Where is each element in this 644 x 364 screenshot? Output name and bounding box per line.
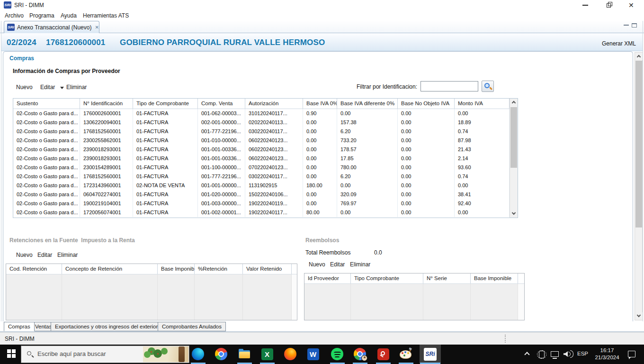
- page-scroll-up-icon[interactable]: [635, 53, 643, 60]
- retenciones-editar-button[interactable]: Editar: [37, 252, 52, 258]
- view-maximize-icon[interactable]: [632, 23, 637, 27]
- col-pct-retencion[interactable]: %Retención: [195, 264, 243, 274]
- cell: 310120240117...: [245, 109, 303, 118]
- col-concepto-retencion[interactable]: Concepto de Retención: [62, 264, 158, 274]
- taskbar-paint[interactable]: [395, 345, 416, 363]
- col-base-no-objeto[interactable]: Base No Objeto IVA: [398, 99, 455, 109]
- col-id-proveedor[interactable]: Id Proveedor: [304, 273, 351, 283]
- close-icon[interactable]: ✕: [628, 1, 634, 9]
- table-row[interactable]: 02-Costo o Gasto para d...23900182930010…: [13, 154, 510, 163]
- col-cod-retencion[interactable]: Cod. Retención: [6, 264, 62, 274]
- tray-expand-icon[interactable]: [524, 352, 529, 357]
- restore-icon[interactable]: [607, 2, 612, 8]
- table-row[interactable]: 02-Costo o Gasto para d...06047022740010…: [13, 190, 510, 199]
- cell: 01-FACTURA: [133, 172, 198, 181]
- taskbar-chrome[interactable]: [211, 345, 232, 363]
- taskbar-file-explorer[interactable]: [234, 345, 255, 363]
- taskbar-spotify[interactable]: [327, 345, 348, 363]
- language-indicator[interactable]: ESP: [577, 351, 588, 356]
- col-identificacion[interactable]: N° Identificación: [80, 99, 133, 109]
- col-comp-venta[interactable]: Comp. Venta: [198, 99, 245, 109]
- col-tipo-comprobante-reembolso[interactable]: Tipo Comprobante: [351, 273, 423, 283]
- reembolsos-editar-button[interactable]: Editar: [330, 261, 345, 268]
- table-row[interactable]: 02-Costo o Gasto para d...17681525600010…: [13, 127, 510, 136]
- search-highlight-image[interactable]: [143, 346, 188, 362]
- menu-programa[interactable]: Programa: [27, 12, 56, 19]
- minimize-icon[interactable]: [582, 5, 588, 6]
- page-scroll-down-icon[interactable]: [635, 312, 643, 320]
- col-tipo-comprobante[interactable]: Tipo de Comprobante: [133, 99, 198, 109]
- start-button[interactable]: [4, 348, 20, 361]
- col-base-iva-0[interactable]: Base IVA 0%: [303, 99, 337, 109]
- editar-dropdown-icon[interactable]: [60, 87, 64, 89]
- compras-editar-button[interactable]: Editar: [40, 84, 55, 91]
- col-monto-iva[interactable]: Monto IVA: [455, 99, 510, 109]
- cell: 92.40: [455, 199, 510, 208]
- col-base-imponible-reembolso[interactable]: Base Imponible: [471, 273, 518, 283]
- menu-herramientas-ats[interactable]: Herramientas ATS: [81, 12, 131, 19]
- taskbar-excel[interactable]: X: [257, 345, 277, 363]
- scroll-down-icon[interactable]: [510, 210, 518, 218]
- compras-eliminar-button[interactable]: Eliminar: [66, 84, 87, 91]
- tab-anexo-transaccional[interactable]: SRi Anexo Transaccional (Nuevo) ✕: [4, 21, 99, 33]
- compras-table-scrollbar[interactable]: [510, 99, 518, 218]
- clock[interactable]: 16:17 21/3/2024: [590, 347, 624, 361]
- taskbar-firefox[interactable]: [280, 345, 301, 363]
- table-row[interactable]: 02-Costo o Gasto para d...19002191040010…: [13, 199, 510, 208]
- generar-xml-button[interactable]: Generar XML: [602, 40, 636, 47]
- taskbar: Escribe aquí para buscar X W: [0, 345, 644, 364]
- col-valor-retenido[interactable]: Valor Retenido: [243, 264, 292, 274]
- tab-close-icon[interactable]: ✕: [95, 25, 98, 30]
- table-row[interactable]: 02-Costo o Gasto para d...17231439600010…: [13, 181, 510, 190]
- reembolsos-eliminar-button[interactable]: Eliminar: [350, 261, 370, 268]
- taskbar-search-input[interactable]: Escribe aquí para buscar: [21, 346, 189, 363]
- col-base-imponible[interactable]: Base Imponible: [158, 264, 195, 274]
- running-indicator-paint: [399, 363, 413, 364]
- phone-link-icon[interactable]: [539, 351, 545, 358]
- taskbar-chrome-profile[interactable]: [349, 345, 370, 363]
- filter-input[interactable]: [420, 81, 478, 91]
- table-row[interactable]: 02-Costo o Gasto para d...23900182930010…: [13, 145, 510, 154]
- scroll-thumb[interactable]: [510, 107, 517, 168]
- cell: 02-Costo o Gasto para d...: [13, 118, 80, 127]
- retenciones-nuevo-button[interactable]: Nuevo: [16, 252, 33, 258]
- tab-comprobantes-anulados[interactable]: Comprobantes Anulados: [158, 322, 226, 331]
- menu-ayuda[interactable]: Ayuda: [59, 12, 79, 19]
- cell: 0.00: [398, 136, 455, 145]
- cell: 80.00: [303, 208, 337, 217]
- network-ethernet-icon[interactable]: [551, 351, 559, 357]
- retenciones-eliminar-button[interactable]: Eliminar: [57, 252, 78, 258]
- scroll-up-icon[interactable]: [510, 99, 518, 106]
- taxpayer-name: GOBIERNO PARROQUIAL RURAL VALLE HERMOSO: [120, 38, 325, 47]
- cell: 001-003-00000...: [198, 199, 245, 208]
- volume-icon[interactable]: [564, 351, 568, 357]
- menu-archivo[interactable]: Archivo: [3, 12, 26, 19]
- tab-compras[interactable]: Compras: [4, 322, 35, 331]
- page-scrollbar[interactable]: [635, 52, 643, 320]
- table-row[interactable]: 02-Costo o Gasto para d...17200560740010…: [13, 208, 510, 217]
- action-center-icon[interactable]: [628, 351, 635, 357]
- reembolsos-nuevo-button[interactable]: Nuevo: [309, 261, 325, 268]
- table-row[interactable]: 02-Costo o Gasto para d...17600026000010…: [13, 109, 510, 118]
- col-num-serie[interactable]: N° Serie: [423, 273, 471, 283]
- table-row[interactable]: 02-Costo o Gasto para d...17681525600010…: [13, 172, 510, 181]
- view-minimize-icon[interactable]: [624, 24, 629, 26]
- taskbar-acrobat[interactable]: [373, 345, 394, 363]
- cell: 1306220094001: [80, 118, 133, 127]
- compras-section-title: Compras: [9, 55, 34, 62]
- taskbar-edge[interactable]: [188, 345, 208, 363]
- page-scroll-thumb[interactable]: [635, 61, 642, 228]
- table-row[interactable]: 02-Costo o Gasto para d...23002558620010…: [13, 136, 510, 145]
- table-row[interactable]: 02-Costo o Gasto para d...13062200940010…: [13, 118, 510, 127]
- filter-search-button[interactable]: [482, 81, 494, 92]
- compras-nuevo-button[interactable]: Nuevo: [16, 84, 33, 91]
- taskbar-word[interactable]: W: [303, 345, 323, 363]
- cell: 6.20: [337, 127, 398, 136]
- col-sustento[interactable]: Sustento: [13, 99, 80, 109]
- tab-exportaciones[interactable]: Exportaciones y otros ingresos del exter…: [51, 322, 162, 331]
- table-row[interactable]: 02-Costo o Gasto para d...23001542890010…: [13, 163, 510, 172]
- col-base-iva-diferente[interactable]: Base IVA diferente 0%: [337, 99, 398, 109]
- cell: 0.00: [303, 127, 337, 136]
- col-autorizacion[interactable]: Autorización: [245, 99, 303, 109]
- taskbar-sri-dimm[interactable]: SRi: [420, 345, 441, 363]
